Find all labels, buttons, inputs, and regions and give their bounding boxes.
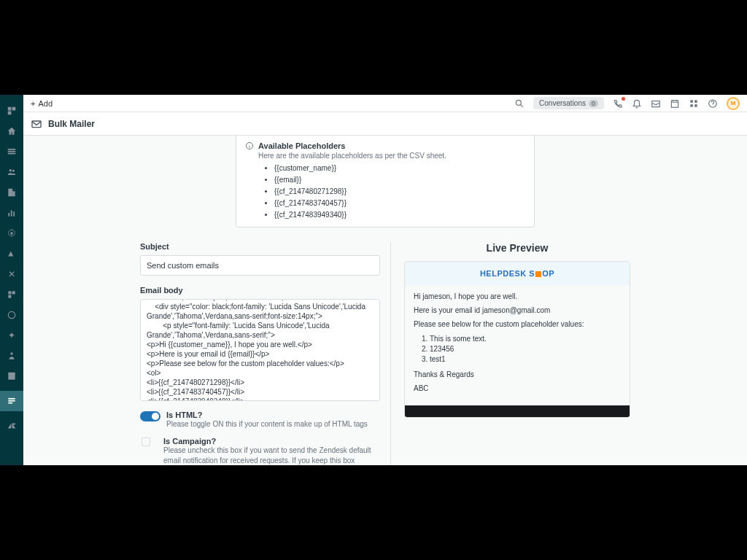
- form-column: Subject Email body Is HTML? Please toggl…: [140, 242, 391, 465]
- svg-point-14: [8, 311, 15, 318]
- is-campaign-checkbox[interactable]: [142, 438, 150, 446]
- svg-rect-22: [652, 101, 660, 106]
- svg-point-10: [10, 232, 13, 235]
- svg-rect-19: [8, 400, 15, 402]
- reports-icon[interactable]: [6, 207, 18, 219]
- placeholder-item: {{cf_2147480271298}}: [274, 186, 525, 198]
- nav-icon-2[interactable]: ✕: [6, 268, 18, 280]
- svg-rect-26: [690, 104, 693, 107]
- add-label: Add: [38, 99, 53, 108]
- svg-rect-9: [13, 211, 15, 216]
- brand-dot-icon: [535, 271, 541, 277]
- preview-line: Here is your email id jameson@gmail.com: [414, 306, 621, 314]
- sidebar-logo-icon[interactable]: [6, 105, 18, 117]
- preview-list-item: 123456: [430, 344, 621, 354]
- conversations-badge: 0: [589, 100, 598, 107]
- body-textarea[interactable]: [140, 299, 380, 401]
- svg-rect-20: [8, 402, 12, 404]
- nav-icon-3[interactable]: [6, 289, 18, 300]
- live-preview-title: Live Preview: [404, 242, 630, 254]
- page-header: Bulk Mailer: [23, 112, 747, 136]
- preview-list-item: test1: [430, 354, 621, 365]
- svg-point-15: [10, 352, 13, 355]
- body-label: Email body: [140, 286, 380, 295]
- nav-icon-4[interactable]: [6, 309, 18, 321]
- nav-icon-1[interactable]: [6, 248, 18, 260]
- svg-point-21: [516, 100, 521, 105]
- main-area: + Add Conversations 0 M Bulk Mailer: [23, 95, 747, 465]
- placeholder-item: {{email}}: [274, 174, 525, 186]
- preview-line: Please see below for the custom placehol…: [414, 320, 621, 328]
- placeholder-item: {{customer_name}}: [274, 163, 525, 174]
- svg-rect-23: [671, 100, 678, 106]
- svg-rect-11: [8, 291, 11, 294]
- is-html-desc: Please toggle ON this if your content is…: [166, 419, 368, 429]
- preview-body: Hi jameson, I hope you are well. Here is…: [405, 285, 630, 405]
- is-campaign-desc: Please uncheck this box if you want to s…: [163, 446, 380, 465]
- mail-icon: [31, 118, 42, 130]
- svg-rect-24: [690, 100, 693, 103]
- is-html-option: Is HTML? Please toggle ON this if your c…: [140, 411, 380, 429]
- nav-icon-5[interactable]: ✦: [6, 330, 18, 341]
- bulk-mailer-nav-icon[interactable]: [0, 391, 23, 411]
- nav-icon-6[interactable]: [6, 350, 18, 362]
- svg-rect-18: [8, 398, 15, 400]
- placeholder-item: {{cf_2147483949340}}: [274, 209, 525, 221]
- svg-rect-13: [8, 295, 11, 298]
- svg-rect-2: [8, 153, 16, 155]
- preview-signature: ABC: [414, 384, 621, 392]
- org-icon[interactable]: [6, 187, 18, 198]
- preview-footer: [405, 405, 630, 417]
- top-bar: + Add Conversations 0 M: [23, 95, 747, 112]
- svg-rect-17: [8, 373, 15, 374]
- conversations-label: Conversations: [539, 99, 586, 107]
- search-icon[interactable]: [514, 98, 525, 109]
- customers-icon[interactable]: [6, 166, 18, 178]
- preview-line: Hi jameson, I hope you are well.: [414, 292, 621, 300]
- user-avatar[interactable]: M: [727, 97, 740, 110]
- info-icon: [245, 141, 254, 150]
- preview-list-item: This is some text.: [430, 334, 621, 344]
- plus-icon: +: [31, 99, 35, 108]
- is-html-label: Is HTML?: [166, 411, 368, 419]
- svg-point-4: [12, 170, 15, 172]
- svg-rect-8: [11, 211, 12, 217]
- bell-icon[interactable]: [632, 98, 642, 109]
- inbox-icon[interactable]: [651, 98, 661, 109]
- calendar-icon[interactable]: [670, 98, 680, 109]
- views-icon[interactable]: [6, 146, 18, 158]
- is-campaign-option: Is Campaign? Please uncheck this box if …: [140, 437, 380, 465]
- svg-rect-27: [694, 104, 697, 107]
- available-placeholders-box: Available Placeholders Here are the avai…: [236, 136, 535, 228]
- svg-point-3: [9, 169, 12, 172]
- is-html-toggle[interactable]: [140, 411, 160, 421]
- svg-rect-1: [8, 151, 16, 152]
- notification-dot-icon: [622, 97, 625, 101]
- app-frame: ✕ ✦ + Add Conversations 0: [0, 95, 747, 465]
- preview-signoff: Thanks & Regards: [414, 370, 621, 378]
- subject-label: Subject: [140, 242, 380, 251]
- placeholder-item: {{cf_2147483740457}}: [274, 198, 525, 209]
- placeholders-list: {{customer_name}} {{email}} {{cf_2147480…: [274, 163, 525, 221]
- svg-rect-25: [694, 100, 697, 103]
- nav-icon-7[interactable]: [6, 370, 18, 382]
- page-title: Bulk Mailer: [48, 119, 95, 129]
- subject-input[interactable]: [140, 255, 380, 276]
- preview-list: This is some text. 123456 test1: [430, 334, 621, 365]
- home-icon[interactable]: [6, 125, 18, 137]
- svg-rect-7: [8, 213, 9, 217]
- svg-rect-16: [8, 373, 15, 380]
- add-button[interactable]: + Add: [31, 99, 53, 108]
- conversations-button[interactable]: Conversations 0: [533, 97, 604, 109]
- zendesk-icon[interactable]: [6, 420, 18, 432]
- is-campaign-label: Is Campaign?: [163, 437, 380, 446]
- svg-rect-5: [8, 189, 12, 197]
- content-scroll[interactable]: Available Placeholders Here are the avai…: [23, 136, 747, 465]
- help-icon[interactable]: [708, 98, 718, 109]
- placeholders-subtitle: Here are the available placeholders as p…: [258, 152, 525, 160]
- apps-icon[interactable]: [689, 98, 699, 109]
- top-bar-right: Conversations 0 M: [514, 97, 740, 110]
- phone-icon[interactable]: [613, 98, 623, 109]
- settings-icon[interactable]: [6, 228, 18, 239]
- svg-rect-0: [8, 149, 16, 150]
